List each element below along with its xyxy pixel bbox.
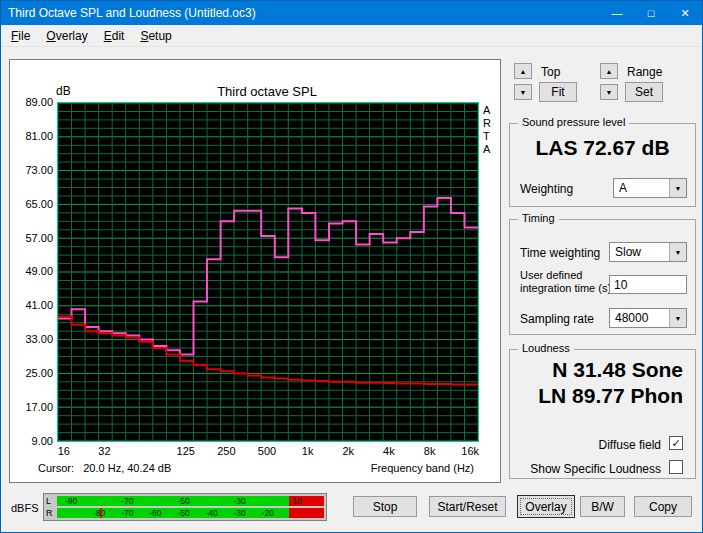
top-up-icon[interactable]: ▲ — [514, 63, 532, 79]
range-down-icon[interactable]: ▼ — [600, 84, 618, 100]
sampling-rate-value: 48000 — [610, 311, 669, 325]
close-icon[interactable]: ✕ — [668, 1, 702, 25]
timing-group: Timing Time weighting Slow ▼ User define… — [509, 219, 696, 335]
y-tick-label: 65.00 — [10, 198, 53, 211]
meter-tick-label: -20 — [262, 508, 274, 518]
y-tick-label: 41.00 — [10, 299, 53, 312]
spl-group-label: Sound pressure level — [518, 116, 629, 128]
meter-tick-label: -30 — [234, 496, 246, 506]
menu-setup[interactable]: Setup — [132, 27, 179, 45]
app-window: Third Octave SPL and Loudness (Untitled.… — [0, 0, 703, 533]
time-weighting-value: Slow — [610, 245, 669, 259]
meter-track-left: -90-70-50-30-10 — [57, 496, 324, 506]
spl-value: LAS 72.67 dB — [510, 136, 695, 160]
chevron-down-icon[interactable]: ▼ — [669, 243, 686, 261]
menu-edit[interactable]: Edit — [96, 27, 133, 45]
start-reset-button[interactable]: Start/Reset — [429, 496, 506, 517]
meter-tick-label: -70 — [121, 508, 133, 518]
x-tick-label: 16 — [58, 445, 70, 457]
loudness-sone-value: N 31.48 Sone — [552, 358, 683, 382]
y-tick-label: 49.00 — [10, 265, 53, 278]
spl-group: Sound pressure level LAS 72.67 dB Weight… — [509, 123, 696, 207]
y-tick-label: 57.00 — [10, 232, 53, 245]
x-tick-label: 2k — [342, 445, 354, 457]
time-weighting-label: Time weighting — [520, 246, 600, 260]
meter-track-right: -80-70-60-50-40-30-20 — [57, 508, 324, 518]
chart-title: Third octave SPL — [57, 84, 477, 99]
y-tick-label: 17.00 — [10, 401, 53, 414]
maximize-icon[interactable]: □ — [634, 1, 668, 25]
x-tick-label: 250 — [217, 445, 235, 457]
x-axis-title: Frequency band (Hz) — [371, 462, 474, 474]
integration-time-label: User defined integration time (s) — [520, 269, 614, 295]
sampling-rate-label: Sampling rate — [520, 312, 594, 326]
meter-channel-label: R — [46, 508, 57, 518]
arta-watermark: ARTA — [483, 104, 492, 156]
y-tick-label: 33.00 — [10, 333, 53, 346]
diffuse-field-label: Diffuse field — [599, 438, 661, 452]
timing-group-label: Timing — [518, 212, 559, 224]
chevron-down-icon[interactable]: ▼ — [669, 179, 686, 197]
y-axis-tick-labels: 89.0081.0073.0065.0057.0049.0041.0033.00… — [10, 96, 53, 448]
x-tick-label: 500 — [258, 445, 276, 457]
meter-row-right: R -80-70-60-50-40-30-20 — [46, 508, 324, 518]
weighting-label: Weighting — [520, 182, 573, 196]
y-tick-label: 9.00 — [10, 435, 53, 448]
meter-channel-label: L — [46, 496, 57, 506]
meter-tick-label: -30 — [234, 508, 246, 518]
loudness-phon-value: LN 89.77 Phon — [538, 384, 683, 408]
top-down-icon[interactable]: ▼ — [514, 84, 532, 100]
chart-panel: dB Third octave SPL 89.0081.0073.0065.00… — [9, 59, 501, 483]
meter-tick-label: -50 — [177, 496, 189, 506]
meter-tick-label: -40 — [205, 508, 217, 518]
x-tick-label: 32 — [98, 445, 110, 457]
x-tick-label: 16k — [461, 445, 479, 457]
show-specific-loudness-checkbox[interactable] — [669, 460, 683, 474]
cursor-readout: Cursor: 20.0 Hz, 40.24 dB — [38, 462, 171, 474]
title-bar[interactable]: Third Octave SPL and Loudness (Untitled.… — [1, 1, 702, 25]
loudness-group-label: Loudness — [518, 342, 574, 354]
y-tick-label: 73.00 — [10, 164, 53, 177]
weighting-value: A — [614, 181, 669, 195]
menu-file[interactable]: File — [3, 27, 38, 45]
weighting-select[interactable]: A ▼ — [613, 178, 687, 198]
meter-tick-label: -10 — [290, 496, 302, 506]
x-axis-tick-labels: 16321252505001k2k4k8k16k — [57, 445, 477, 459]
integration-time-input[interactable] — [609, 275, 687, 294]
x-tick-label: 8k — [424, 445, 436, 457]
meter-row-left: L -90-70-50-30-10 — [46, 496, 324, 506]
bw-button[interactable]: B/W — [580, 496, 625, 517]
stop-button[interactable]: Stop — [353, 496, 417, 517]
loudness-group: Loudness N 31.48 Sone LN 89.77 Phon Diff… — [509, 349, 696, 479]
sampling-rate-select[interactable]: 48000 ▼ — [609, 308, 687, 328]
fit-button[interactable]: Fit — [539, 82, 577, 102]
meter-tick-label: -90 — [65, 496, 77, 506]
menu-overlay[interactable]: Overlay — [38, 27, 95, 45]
x-tick-label: 4k — [383, 445, 395, 457]
minimize-icon[interactable]: — — [600, 1, 634, 25]
y-tick-label: 25.00 — [10, 367, 53, 380]
spl-plot-area[interactable] — [57, 102, 479, 442]
time-weighting-select[interactable]: Slow ▼ — [609, 242, 687, 262]
top-label: Top — [541, 65, 560, 79]
x-tick-label: 1k — [302, 445, 314, 457]
diffuse-field-checkbox[interactable]: ✓ — [669, 436, 683, 450]
copy-button[interactable]: Copy — [634, 496, 692, 517]
set-button[interactable]: Set — [625, 82, 663, 102]
meter-tick-label: -60 — [149, 508, 161, 518]
menu-bar: File Overlay Edit Setup — [1, 25, 702, 47]
meter-tick-label: -50 — [177, 508, 189, 518]
show-specific-loudness-label: Show Specific Loudness — [530, 462, 661, 476]
window-title: Third Octave SPL and Loudness (Untitled.… — [1, 6, 600, 20]
dbfs-label: dBFS — [11, 502, 39, 514]
range-up-icon[interactable]: ▲ — [600, 63, 618, 79]
range-label: Range — [627, 65, 662, 79]
chevron-down-icon[interactable]: ▼ — [669, 309, 686, 327]
x-tick-label: 125 — [177, 445, 195, 457]
meter-tick-label: -70 — [121, 496, 133, 506]
y-tick-label: 89.00 — [10, 96, 53, 109]
peak-marker — [100, 508, 102, 518]
overlay-button[interactable]: Overlay — [517, 495, 575, 518]
y-tick-label: 81.00 — [10, 130, 53, 143]
level-meter: L -90-70-50-30-10 R -80-70-60-50-40-30-2… — [43, 493, 327, 521]
